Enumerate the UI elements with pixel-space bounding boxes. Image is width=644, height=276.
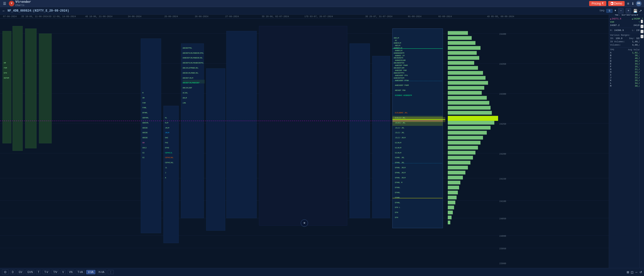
volumes-label: Volumes: (610, 44, 621, 46)
bottom-grid-button[interactable]: ⊞ (627, 270, 629, 274)
side-icon-1[interactable]: ≡ (641, 20, 643, 23)
svg-text:J: J (165, 172, 166, 174)
ib-label: IB: (610, 37, 614, 40)
tpo-dropdown[interactable]: ▼ (615, 9, 616, 12)
svg-text:ABCDEFPKL: ABCDEFPKL (183, 47, 192, 49)
svg-text:EFH L: EFH L (395, 206, 400, 209)
svg-text:23900: 23900 (499, 262, 506, 265)
side-icon-4[interactable]: ⊞ (640, 35, 643, 38)
bottom-hva-button[interactable]: H-VA (97, 270, 106, 274)
bottom-expand-button[interactable]: ↔ (635, 270, 638, 274)
plus-button[interactable]: + (626, 8, 631, 14)
svg-text:ABFHML: ABFHML (142, 117, 149, 119)
svg-rect-124 (448, 46, 480, 50)
svg-rect-152 (448, 186, 459, 189)
bottom-t-button[interactable]: T (36, 270, 41, 274)
svg-text:DJILBDHI JKL: DJILBDHI JKL (395, 112, 408, 114)
bottom-t-slash-v-button[interactable]: T/V (52, 270, 59, 274)
tpo-volumes-header: TPO Avg Volumes (610, 49, 643, 51)
settings-button[interactable]: ⚙ (2, 269, 9, 275)
vah-label: VAH (610, 21, 614, 23)
svg-text:HM: HM (142, 97, 144, 99)
svg-text:EFH: EFH (395, 212, 398, 214)
time-label-10: 17D 03-07, 26-07-2024 (304, 15, 333, 18)
bottom-more-button[interactable]: ⋮ (108, 270, 114, 274)
svg-text:AKLM: AKLM (183, 97, 187, 99)
time-label-6: 25-06-2024 (164, 15, 178, 18)
pricing-button[interactable]: Pricing ₹ (589, 1, 606, 6)
svg-text:24050: 24050 (499, 218, 506, 220)
navbar: ☰ V Vtrender Charts Pricing ₹ ▶ Demo ≡ ℹ… (0, 0, 644, 7)
svg-rect-151 (448, 181, 460, 185)
bottom-vn-button[interactable]: VN (67, 270, 74, 274)
back-button[interactable]: ← (2, 9, 6, 13)
bottom-gv-button[interactable]: GV (17, 270, 24, 274)
svg-rect-122 (448, 36, 472, 40)
svg-rect-125 (448, 51, 477, 55)
time-ruler: 07-06-2024 2D 10-06, 11-06-2024 3D 12-06… (0, 15, 609, 19)
bottom-d-button[interactable]: D (10, 270, 15, 274)
svg-text:AABCDEF PNHM: AABCDEF PNHM (395, 64, 408, 66)
svg-text:23950: 23950 (499, 248, 506, 250)
svg-rect-158 (448, 216, 452, 219)
svg-text:AABCDEFJKLMABCDEJKL: AABCDEFJKLMABCDEJKL (183, 57, 203, 59)
bottom-vva-button[interactable]: V-VA (86, 270, 95, 274)
svg-rect-127 (448, 61, 474, 65)
svg-rect-141 (448, 131, 487, 135)
tpo-value[interactable]: 5 (606, 9, 613, 13)
side-icon-2[interactable]: ⊞ (640, 25, 643, 28)
svg-rect-13 (39, 33, 52, 143)
svg-rect-147 (448, 161, 470, 164)
svg-rect-123 (448, 41, 475, 45)
svg-text:AABCADEF FNHM: AABCADEF FNHM (395, 84, 409, 86)
tpo-row-f: F16,192 (610, 65, 643, 68)
svg-rect-157 (448, 211, 453, 214)
bottom-tva-button[interactable]: T-VA (76, 270, 85, 274)
svg-text:GFHKL JKLM: GFHKL JKLM (395, 172, 406, 174)
svg-rect-21 (372, 56, 390, 218)
svg-text:EFHKL: EFHKL (395, 202, 400, 204)
svg-text:ABCADAEFH: ABCADAEFH (394, 57, 403, 59)
bottom-layout-button[interactable]: ◫ (631, 270, 633, 274)
menu-icon-btn[interactable]: ≡ (627, 1, 630, 6)
time-label-7: 26-06-2024 (195, 15, 208, 18)
svg-text:GCDGBHI ACBDEEFM: GCDGBHI ACBDEEFM (395, 94, 412, 96)
share-button[interactable]: ↗ (639, 9, 642, 13)
svg-rect-144 (448, 146, 478, 150)
svg-rect-131 (448, 81, 488, 85)
info-icon-btn[interactable]: ℹ (632, 1, 634, 6)
chart-title: NF_4DB_080824:(NIFTY_E_29-08-2024) (8, 9, 69, 13)
minus-button[interactable]: − (618, 8, 624, 14)
tpo-label: TPO (599, 9, 605, 12)
bottom-gvn-button[interactable]: GVN (26, 270, 35, 274)
bottom-refresh-button[interactable]: ↺ (639, 270, 642, 274)
svg-rect-19 (259, 26, 347, 226)
demo-button[interactable]: ▶ Demo (608, 1, 625, 6)
svg-text:GI: GI (142, 152, 144, 154)
save-button[interactable]: 💾 (633, 9, 637, 13)
svg-rect-132 (448, 86, 484, 90)
hamburger-menu[interactable]: ☰ (3, 1, 7, 6)
svg-text:BFHML: BFHML (142, 112, 148, 114)
divider-3 (610, 47, 643, 48)
svg-text:FHM: FHM (142, 102, 146, 104)
chart-main[interactable]: 24 Vtrender Charts (0, 19, 609, 268)
svg-rect-138 (448, 116, 498, 121)
side-icon-3[interactable]: ⊡ (640, 30, 643, 33)
svg-rect-18 (226, 31, 257, 218)
time-label-8: 27-06-2024 (225, 15, 239, 18)
svg-text:M: M (142, 92, 143, 94)
bottom-v-button[interactable]: V (61, 270, 66, 274)
svg-text:ABCLM: ABCLM (394, 37, 399, 39)
user-avatar[interactable]: UG (636, 1, 641, 6)
tpo-row-e: E34,011 (610, 63, 643, 65)
svg-rect-134 (448, 96, 487, 100)
panel-ib-volumes: IB Volumes: 1,40,315 (610, 41, 643, 43)
svg-text:GFHKL JKL: GFHKL JKL (395, 162, 405, 164)
svg-text:AABCDLM: AABCDLM (394, 42, 401, 44)
time-label-9: 3D 28-06, 02-07-2024 (262, 15, 289, 18)
svg-text:LMA: LMA (183, 102, 186, 104)
tpo-row-d: D39,552 (610, 60, 643, 62)
tpo-row-k: K28,660 (610, 79, 643, 82)
bottom-tv-button[interactable]: T-V (43, 270, 50, 274)
